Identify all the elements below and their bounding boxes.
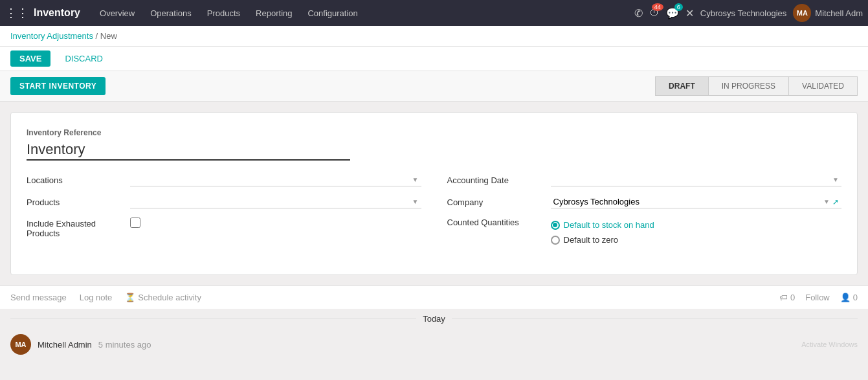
radio-label-stock-on-hand: Default to stock on hand: [564, 220, 654, 230]
followers-count: 0: [853, 293, 858, 302]
status-bar: START INVENTORY DRAFT IN PROGRESS VALIDA…: [0, 71, 868, 102]
locations-select[interactable]: [133, 175, 410, 184]
company-label: Company: [447, 197, 551, 207]
breadcrumb: Inventory Adjustments / New: [0, 26, 868, 47]
nav-products[interactable]: Products: [201, 6, 247, 21]
avatar: MA: [793, 4, 811, 22]
comments-action[interactable]: 🏷 0: [779, 293, 795, 302]
nav-menu: Overview Operations Products Reporting C…: [93, 6, 632, 21]
locations-field: Locations ▼: [27, 173, 421, 186]
right-column: Accounting Date ▼ Company ▼ ➚ Counte: [447, 173, 842, 259]
include-exhausted-checkbox[interactable]: [130, 218, 140, 228]
radio-stock-on-hand[interactable]: Default to stock on hand: [551, 220, 654, 230]
step-draft[interactable]: DRAFT: [655, 76, 708, 96]
nav-overview[interactable]: Overview: [93, 6, 141, 21]
company-name[interactable]: Cybrosys Technologies: [700, 8, 786, 18]
user-name: Mitchell Adm: [815, 8, 863, 18]
left-column: Locations ▼ Products ▼ Include Exhausted…: [27, 173, 421, 259]
today-divider: Today: [0, 309, 868, 329]
bottom-right: 🏷 0 Follow 👤 0: [779, 293, 858, 302]
include-exhausted-field: Include Exhausted Products: [27, 218, 421, 238]
locations-input[interactable]: ▼: [130, 173, 421, 186]
clock-icon[interactable]: ⏱ 44: [649, 7, 660, 19]
counted-quantities-options: Default to stock on hand Default to zero: [551, 220, 654, 250]
products-input[interactable]: ▼: [130, 196, 421, 208]
send-message-button[interactable]: Send message: [10, 293, 67, 302]
inventory-reference-section: Inventory Reference: [27, 128, 841, 161]
start-inventory-button[interactable]: START INVENTORY: [10, 77, 106, 95]
products-arrow-icon: ▼: [412, 198, 419, 205]
close-icon[interactable]: ✕: [685, 7, 694, 19]
activate-windows-text: Activate Windows: [801, 341, 858, 348]
chat-icon[interactable]: 💬 6: [666, 7, 679, 19]
inventory-reference-input[interactable]: [27, 140, 350, 161]
nav-right-section: ✆ ⏱ 44 💬 6 ✕ Cybrosys Technologies MA Mi…: [634, 4, 863, 22]
bottom-bar: Send message Log note ⏳ Schedule activit…: [0, 285, 868, 309]
step-validated[interactable]: VALIDATED: [788, 76, 858, 96]
breadcrumb-parent[interactable]: Inventory Adjustments: [10, 31, 93, 41]
app-name[interactable]: Inventory: [34, 7, 80, 19]
company-external-link-icon[interactable]: ➚: [832, 197, 839, 207]
counted-quantities-field: Counted Quantities Default to stock on h…: [447, 218, 842, 250]
company-input[interactable]: ▼ ➚: [551, 196, 842, 208]
form-card: Inventory Reference Locations ▼ Products: [10, 112, 858, 275]
follow-button[interactable]: Follow: [805, 293, 830, 302]
message-row: MA Mitchell Admin 5 minutes ago Activate…: [0, 329, 868, 360]
comments-count: 0: [790, 293, 795, 302]
include-exhausted-label: Include Exhausted Products: [27, 218, 130, 238]
form-row: Locations ▼ Products ▼ Include Exhausted…: [27, 173, 841, 259]
followers-icon: 👤: [840, 293, 851, 302]
mitchell-name: Mitchell Admin: [38, 340, 92, 350]
ref-label: Inventory Reference: [27, 128, 841, 137]
products-field: Products ▼: [27, 196, 421, 208]
clock-badge: 44: [652, 3, 663, 11]
products-label: Products: [27, 197, 130, 207]
clock-small-icon: ⏳: [125, 293, 135, 302]
schedule-activity-label: Schedule activity: [138, 293, 201, 302]
mitchell-time: 5 minutes ago: [98, 340, 151, 350]
products-select[interactable]: [133, 197, 410, 207]
log-note-button[interactable]: Log note: [80, 293, 113, 302]
company-field: Company ▼ ➚: [447, 196, 842, 208]
phone-icon[interactable]: ✆: [634, 7, 643, 19]
save-button[interactable]: SAVE: [10, 50, 50, 67]
step-in-progress[interactable]: IN PROGRESS: [708, 76, 788, 96]
chat-badge: 6: [674, 3, 683, 11]
mitchell-avatar: MA: [10, 334, 31, 355]
radio-circle-stock-on-hand: [551, 221, 560, 230]
action-bar: SAVE DISCARD: [0, 47, 868, 71]
breadcrumb-separator: /: [96, 31, 100, 41]
app-grid-icon[interactable]: ⋮⋮: [5, 6, 28, 20]
breadcrumb-current: New: [100, 31, 117, 41]
radio-default-zero[interactable]: Default to zero: [551, 235, 654, 245]
status-steps: DRAFT IN PROGRESS VALIDATED: [655, 76, 858, 96]
followers-action[interactable]: 👤 0: [840, 293, 858, 302]
nav-reporting[interactable]: Reporting: [249, 6, 298, 21]
nav-operations[interactable]: Operations: [144, 6, 198, 21]
nav-configuration[interactable]: Configuration: [301, 6, 364, 21]
top-navigation: ⋮⋮ Inventory Overview Operations Product…: [0, 0, 868, 26]
discard-button[interactable]: DISCARD: [56, 50, 112, 67]
locations-arrow-icon: ▼: [412, 176, 419, 183]
accounting-date-label: Accounting Date: [447, 175, 551, 185]
radio-label-default-zero: Default to zero: [564, 235, 619, 245]
counted-quantities-label: Counted Quantities: [447, 218, 551, 227]
schedule-activity-button[interactable]: ⏳ Schedule activity: [125, 293, 201, 302]
main-content: Inventory Reference Locations ▼ Products: [0, 102, 868, 285]
accounting-date-arrow-icon: ▼: [832, 176, 839, 183]
company-arrow-icon: ▼: [823, 198, 830, 205]
accounting-date-input[interactable]: ▼: [551, 173, 842, 186]
company-text-input[interactable]: [553, 197, 821, 207]
locations-label: Locations: [27, 175, 130, 185]
tag-icon: 🏷: [779, 293, 788, 302]
today-label: Today: [423, 314, 445, 324]
accounting-date-select[interactable]: [553, 175, 830, 184]
radio-circle-default-zero: [551, 236, 560, 245]
accounting-date-field: Accounting Date ▼: [447, 173, 842, 186]
user-menu[interactable]: MA Mitchell Adm: [793, 4, 863, 22]
